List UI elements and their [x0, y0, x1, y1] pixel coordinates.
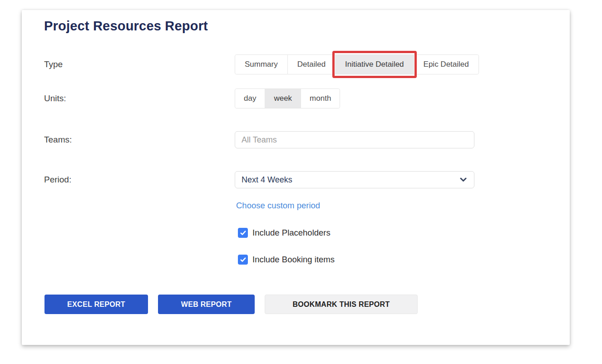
actions-row: EXCEL REPORT WEB REPORT BOOKMARK THIS RE… [44, 295, 552, 314]
teams-row: Teams: [44, 131, 552, 148]
page-title: Project Resources Report [44, 17, 552, 34]
include-placeholders-checkbox[interactable] [238, 228, 248, 238]
tab-month[interactable]: month [301, 89, 340, 108]
tab-week[interactable]: week [265, 89, 301, 108]
choose-custom-period-link[interactable]: Choose custom period [236, 201, 320, 211]
tab-epic-detailed[interactable]: Epic Detailed [414, 55, 479, 74]
period-label: Period: [44, 175, 235, 185]
include-booking-items-checkbox[interactable] [238, 255, 248, 265]
checkmark-icon [240, 231, 246, 236]
type-label: Type [44, 59, 235, 69]
include-placeholders-row: Include Placeholders [238, 228, 552, 238]
include-booking-items-label: Include Booking items [252, 255, 335, 265]
tab-summary[interactable]: Summary [235, 55, 288, 74]
units-tab-group: day week month [235, 89, 340, 108]
units-label: Units: [44, 93, 235, 103]
units-row: Units: day week month [44, 89, 552, 108]
period-select-value: Next 4 Weeks [242, 175, 292, 185]
web-report-button[interactable]: WEB REPORT [158, 295, 255, 314]
period-select[interactable]: Next 4 Weeks [235, 171, 474, 188]
tab-initiative-detailed-label: Initiative Detailed [345, 60, 404, 69]
chevron-down-icon [460, 177, 467, 182]
tab-day[interactable]: day [235, 89, 265, 108]
teams-input[interactable] [235, 131, 474, 148]
tab-initiative-detailed[interactable]: Initiative Detailed [336, 55, 414, 74]
tab-detailed[interactable]: Detailed [288, 55, 336, 74]
report-settings-card: Project Resources Report Type Summary De… [22, 10, 570, 345]
custom-period-row: Choose custom period [44, 201, 552, 211]
checkmark-icon [240, 257, 246, 262]
include-placeholders-label: Include Placeholders [252, 228, 331, 238]
excel-report-button[interactable]: EXCEL REPORT [44, 295, 148, 314]
include-booking-items-row: Include Booking items [238, 255, 552, 265]
period-row: Period: Next 4 Weeks [44, 171, 552, 188]
type-tab-group: Summary Detailed Initiative Detailed Epi… [235, 54, 479, 74]
type-row: Type Summary Detailed Initiative Detaile… [44, 54, 552, 74]
bookmark-this-report-button[interactable]: BOOKMARK THIS REPORT [265, 295, 418, 314]
teams-label: Teams: [44, 135, 235, 145]
